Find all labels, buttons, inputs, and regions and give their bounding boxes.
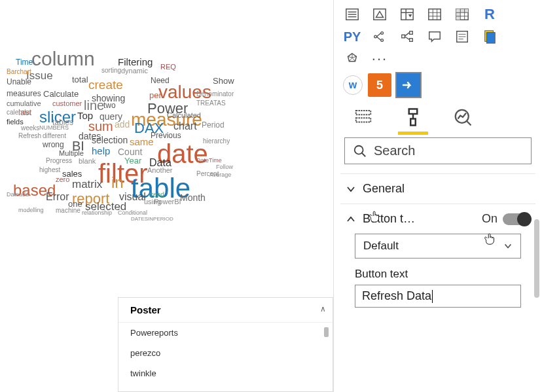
fields-tab[interactable] (352, 106, 374, 128)
analytics-tab[interactable] (452, 106, 474, 128)
table-scrollbar[interactable] (324, 327, 329, 337)
list-icon[interactable] (343, 7, 361, 22)
wordcloud-word[interactable]: total (72, 75, 88, 84)
wordcloud-word[interactable]: Month (180, 193, 206, 202)
wordcloud-word[interactable]: measures (7, 90, 41, 98)
wordcloud-word[interactable]: weeks (21, 125, 39, 132)
custom-visual-w-icon[interactable]: w (343, 75, 363, 95)
wordcloud-word[interactable]: modelling (18, 207, 44, 213)
svg-rect-25 (402, 35, 405, 38)
wordcloud-word[interactable]: Denominator (196, 91, 234, 98)
key-influencers-icon[interactable] (370, 29, 389, 45)
search-icon (353, 144, 367, 158)
wordcloud-word[interactable]: TREATAS (196, 100, 226, 107)
triangle-icon[interactable] (370, 7, 389, 22)
custom-visual-flow-icon[interactable] (397, 73, 420, 97)
wordcloud-word[interactable]: Time (16, 58, 33, 66)
panel-scrollbar[interactable] (534, 219, 539, 376)
wordcloud-word[interactable]: blank (79, 158, 96, 165)
table-filter-icon[interactable] (398, 7, 416, 22)
svg-line-44 (362, 152, 366, 156)
r-visual-icon[interactable]: R (480, 7, 499, 22)
wordcloud-word[interactable]: relationship (82, 210, 112, 216)
wordcloud-word[interactable]: wrong (43, 141, 64, 149)
custom-visual-html5-icon[interactable]: 5 (368, 73, 391, 97)
format-tab[interactable] (402, 106, 424, 128)
wordcloud-word[interactable]: add (115, 120, 130, 129)
wordcloud-word[interactable]: create (88, 79, 123, 91)
section-button-text[interactable]: Button t… On (346, 212, 530, 226)
table-row[interactable]: perezco (118, 343, 333, 363)
wordcloud-word[interactable]: zero (56, 176, 69, 183)
poster-table[interactable]: Poster ∧ Powereportsperezcotwinkle (118, 297, 333, 392)
wordcloud-word[interactable]: dynamic (121, 67, 148, 75)
visualizations-pane: R PY ··· w 5 (334, 0, 542, 392)
state-dropdown[interactable]: Default (355, 234, 521, 258)
wordcloud-word[interactable]: customer (52, 100, 82, 107)
wordcloud-word[interactable]: Filtering (118, 57, 153, 67)
wordcloud-word[interactable]: selection (92, 135, 128, 145)
wordcloud-word[interactable]: trend (149, 192, 164, 198)
table-icon[interactable] (425, 7, 444, 22)
wordcloud-word[interactable]: chart (173, 121, 197, 132)
wordcloud-word[interactable]: machine (56, 207, 81, 214)
wordcloud-word[interactable]: Need (151, 77, 170, 84)
wordcloud-word[interactable]: Previous (151, 132, 181, 139)
dropdown-value: Default (363, 240, 399, 253)
wordcloud-word[interactable]: Calculate (43, 90, 79, 98)
wordcloud-word[interactable]: help (92, 146, 110, 156)
wordcloud-word[interactable]: Period (202, 121, 225, 129)
wordcloud-word[interactable]: different (43, 133, 66, 139)
wordcloud-word[interactable]: column (31, 49, 95, 69)
svg-point-24 (381, 39, 384, 42)
wordcloud-word[interactable]: same (130, 137, 154, 147)
button-text-value: Refresh Data (362, 289, 431, 302)
table-header-poster[interactable]: Poster (118, 298, 333, 323)
wordcloud-word[interactable]: DATESINPERIOD (131, 217, 173, 222)
wordcloud-word[interactable]: calendar (7, 109, 31, 116)
wordcloud-word[interactable]: matrix (72, 179, 102, 190)
svg-line-29 (405, 37, 409, 40)
wordcloud-word[interactable]: Calculated (167, 112, 201, 119)
wordcloud-visual[interactable]: columnIssueBarchartUnableTimetotalFilter… (7, 29, 255, 232)
table-row[interactable]: Powereports (118, 323, 333, 343)
search-input[interactable]: Search (344, 137, 532, 164)
wordcloud-word[interactable]: Unable (7, 78, 31, 86)
button-text-input[interactable]: Refresh Data (355, 285, 521, 308)
svg-line-28 (405, 33, 409, 37)
wordcloud-word[interactable]: in (111, 175, 124, 190)
wordcloud-word[interactable]: Count (118, 147, 142, 156)
wordcloud-word[interactable]: NUMBERS (39, 125, 69, 131)
wordcloud-word[interactable]: Conditional (118, 210, 147, 216)
wordcloud-word[interactable]: highest (39, 167, 60, 173)
wordcloud-word[interactable]: per (149, 91, 162, 99)
table-row[interactable]: twinkle (118, 363, 333, 383)
wordcloud-word[interactable]: sorting (101, 67, 121, 74)
paginated-icon[interactable] (480, 29, 499, 45)
wordcloud-word[interactable]: Progress (46, 158, 72, 164)
button-text-toggle[interactable] (503, 213, 530, 225)
narrative-icon[interactable] (453, 29, 471, 45)
wordcloud-word[interactable]: cumulative (7, 100, 41, 107)
apps-icon[interactable] (343, 51, 361, 67)
qa-icon[interactable] (425, 29, 444, 45)
wordcloud-word[interactable]: hierarchy (203, 138, 230, 145)
section-general[interactable]: General (346, 182, 530, 196)
wordcloud-word[interactable]: Follow (216, 164, 233, 170)
wordcloud-word[interactable]: Show (213, 77, 234, 85)
wordcloud-word[interactable]: two (103, 101, 116, 109)
wordcloud-word[interactable]: Multiple (59, 150, 84, 157)
wordcloud-word[interactable]: Barchart (7, 69, 31, 75)
scroll-up-icon[interactable]: ∧ (317, 304, 329, 313)
wordcloud-word[interactable]: Refresh (18, 133, 41, 139)
wordcloud-word[interactable]: Error (46, 192, 69, 202)
decomp-tree-icon[interactable] (398, 29, 416, 45)
wordcloud-word[interactable]: Average (209, 172, 231, 178)
wordcloud-word[interactable]: REQ (160, 63, 176, 71)
matrix-icon[interactable] (453, 7, 471, 22)
wordcloud-word[interactable]: PowerBI (154, 198, 181, 205)
wordcloud-word[interactable]: DateTime (196, 158, 222, 164)
wordcloud-word[interactable]: Dateadd (7, 192, 29, 198)
more-visuals-icon[interactable]: ··· (370, 51, 389, 67)
python-visual-icon[interactable]: PY (343, 29, 361, 45)
